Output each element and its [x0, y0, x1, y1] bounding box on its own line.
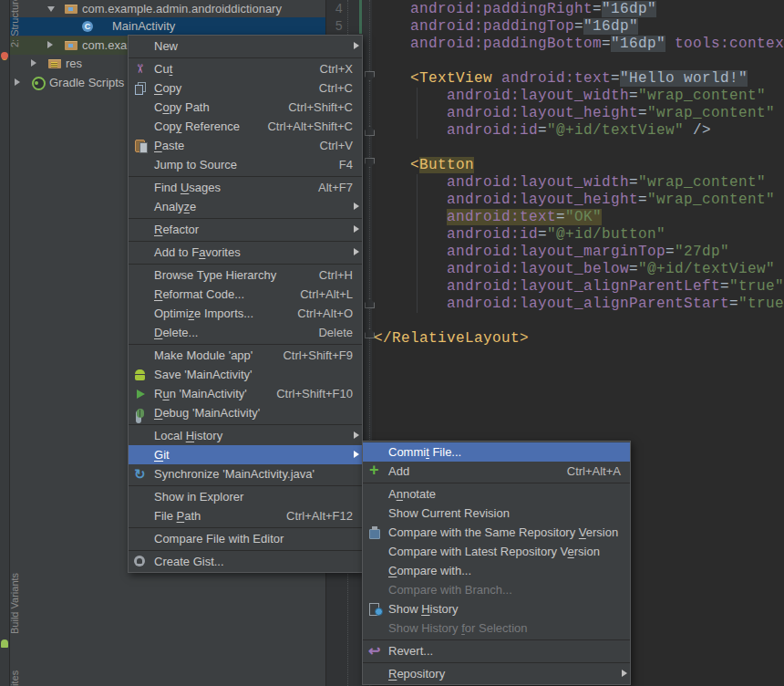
- menu-item-shortcut: Ctrl+Shift+F9: [270, 348, 353, 362]
- menu-item-label: Add: [388, 464, 409, 478]
- menu-item-compare-with-branch: Compare with Branch...: [363, 580, 630, 599]
- submenu-arrow-icon: [354, 451, 359, 458]
- menu-item-copy-reference[interactable]: Copy ReferenceCtrl+Alt+Shift+C: [129, 117, 362, 136]
- tree-row-label: com.example.admin.androiddictionary: [82, 0, 282, 18]
- paste-icon: [133, 139, 148, 153]
- menu-item-find-usages[interactable]: Find UsagesAlt+F7: [129, 178, 362, 197]
- menu-item-commit-file[interactable]: Commit File...: [363, 442, 630, 462]
- sync-icon: [133, 467, 148, 482]
- menu-item-label: Refactor: [154, 223, 199, 236]
- menu-item-label: Compare with Latest Repository Version: [388, 545, 600, 558]
- submenu-arrow-icon: [354, 248, 359, 255]
- menu-item-label: Copy: [154, 81, 181, 95]
- menu-item-label: Show Current Revision: [388, 506, 510, 520]
- menu-item-make-module-app[interactable]: Make Module 'app'Ctrl+Shift+F9: [129, 346, 362, 365]
- menu-item-paste[interactable]: PasteCtrl+V: [129, 136, 362, 155]
- tree-row-label: Gradle Scripts: [49, 74, 124, 92]
- menu-item-revert[interactable]: Revert...: [363, 641, 630, 660]
- menu-item-shortcut: Ctrl+Shift+C: [275, 100, 353, 114]
- menu-item-synchronize-mainactivity-java[interactable]: Synchronize 'MainActivity.java': [129, 464, 362, 483]
- menu-icon-spacer: [367, 621, 382, 636]
- menu-item-shortcut: Ctrl+V: [307, 139, 353, 152]
- menu-icon-spacer: [133, 307, 148, 321]
- menu-item-create-gist[interactable]: Create Gist...: [129, 552, 362, 571]
- menu-item-label: Local History: [154, 429, 222, 442]
- chevron-right-icon[interactable]: [31, 59, 36, 67]
- menu-item-show-history[interactable]: Show History: [363, 599, 630, 618]
- menu-item-shortcut: Ctrl+Alt+F12: [273, 509, 353, 523]
- menu-item-reformat-code[interactable]: Reformat Code...Ctrl+Alt+L: [129, 285, 362, 304]
- menu-item-file-path[interactable]: File PathCtrl+Alt+F12: [129, 506, 362, 525]
- menu-item-label: Annotate: [388, 487, 436, 501]
- menu-separator: [129, 241, 362, 242]
- menu-item-new[interactable]: New: [129, 36, 362, 56]
- bookmark-icon[interactable]: [1, 52, 8, 59]
- copy-icon: [133, 81, 148, 96]
- menu-item-local-history[interactable]: Local History: [129, 426, 362, 445]
- menu-item-label: Compare File with Editor: [154, 532, 284, 546]
- menu-separator: [129, 57, 362, 58]
- menu-item-optimize-imports[interactable]: Optimize Imports...Ctrl+Alt+O: [129, 304, 362, 323]
- menu-item-show-current-revision[interactable]: Show Current Revision: [363, 504, 630, 523]
- menu-item-shortcut: Ctrl+X: [307, 62, 353, 76]
- tool-window-button-structure[interactable]: 2: Structure: [9, 0, 20, 47]
- menu-item-cut[interactable]: CutCtrl+X: [129, 59, 362, 78]
- menu-item-shortcut: F4: [326, 158, 353, 172]
- menu-icon-spacer: [133, 200, 148, 214]
- tree-row-mainactivity[interactable]: MainActivity: [9, 17, 325, 36]
- menu-item-copy[interactable]: CopyCtrl+C: [129, 78, 362, 98]
- menu-separator: [363, 662, 630, 663]
- menu-item-label: New: [154, 39, 178, 53]
- debug-icon: [133, 406, 148, 421]
- menu-icon-spacer: [133, 532, 148, 546]
- menu-item-annotate[interactable]: Annotate: [363, 484, 630, 504]
- tool-window-button-favorites[interactable]: Favorites: [9, 670, 20, 686]
- menu-item-show-in-explorer[interactable]: Show in Explorer: [129, 487, 362, 506]
- menu-item-label: Compare with Branch...: [388, 583, 512, 597]
- menu-icon-spacer: [133, 120, 148, 134]
- menu-item-copy-path[interactable]: Copy PathCtrl+Shift+C: [129, 98, 362, 117]
- chevron-right-icon[interactable]: [15, 78, 20, 86]
- menu-item-label: Delete...: [154, 326, 198, 339]
- menu-item-label: Browse Type Hierarchy: [154, 268, 276, 282]
- android-icon[interactable]: [1, 639, 8, 648]
- menu-icon-spacer: [133, 158, 148, 172]
- menu-icon-spacer: [367, 445, 382, 460]
- menu-item-repository[interactable]: Repository: [363, 664, 630, 683]
- menu-item-debug-mainactivity[interactable]: Debug 'MainActivity': [129, 403, 362, 422]
- menu-item-compare-file-with-editor[interactable]: Compare File with Editor: [129, 529, 362, 548]
- tree-row-com-example-admin-androiddicti[interactable]: com.example.admin.androiddictionary: [9, 0, 325, 18]
- menu-item-run-mainactivity[interactable]: Run 'MainActivity'Ctrl+Shift+F10: [129, 384, 362, 403]
- code-line: android:id="@+id/button": [374, 226, 665, 244]
- menu-icon-spacer: [367, 564, 382, 578]
- menu-item-refactor[interactable]: Refactor: [129, 220, 362, 239]
- submenu-arrow-icon: [622, 670, 627, 677]
- menu-item-compare-with-latest-repository-version[interactable]: Compare with Latest Repository Version: [363, 542, 630, 561]
- menu-icon-spacer: [133, 245, 148, 260]
- line-number: 5: [325, 18, 343, 36]
- menu-icon-spacer: [133, 490, 148, 504]
- menu-item-save-mainactivity[interactable]: Save 'MainActivity': [129, 365, 362, 384]
- menu-separator: [129, 344, 362, 345]
- menu-item-label: Show in Explorer: [154, 490, 243, 504]
- menu-item-add[interactable]: AddCtrl+Alt+A: [363, 462, 630, 481]
- code-line: android:paddingBottom="16dp" tools:conte…: [374, 36, 784, 53]
- menu-item-shortcut: Ctrl+H: [306, 268, 353, 282]
- menu-item-jump-to-source[interactable]: Jump to SourceF4: [129, 155, 362, 174]
- submenu-arrow-icon: [354, 203, 359, 210]
- menu-item-add-to-favorites[interactable]: Add to Favorites: [129, 243, 362, 262]
- menu-item-browse-type-hierarchy[interactable]: Browse Type HierarchyCtrl+H: [129, 265, 362, 285]
- code-line: android:paddingRight="16dp": [374, 1, 656, 18]
- menu-item-label: Git: [154, 448, 170, 462]
- tool-window-button-build-variants[interactable]: Build Variants: [9, 573, 20, 634]
- chevron-down-icon[interactable]: [47, 6, 55, 12]
- code-line: </RelativeLayout>: [374, 330, 529, 348]
- menu-item-label: Analyze: [154, 200, 196, 213]
- menu-item-analyze[interactable]: Analyze: [129, 197, 362, 216]
- menu-item-delete[interactable]: Delete...Delete: [129, 323, 362, 342]
- menu-item-git[interactable]: Git: [129, 445, 362, 464]
- chevron-right-icon[interactable]: [47, 41, 53, 48]
- menu-item-compare-with[interactable]: Compare with...: [363, 561, 630, 580]
- menu-item-compare-with-the-same-repository-version[interactable]: Compare with the Same Repository Version: [363, 523, 630, 542]
- menu-icon-spacer: [367, 487, 382, 502]
